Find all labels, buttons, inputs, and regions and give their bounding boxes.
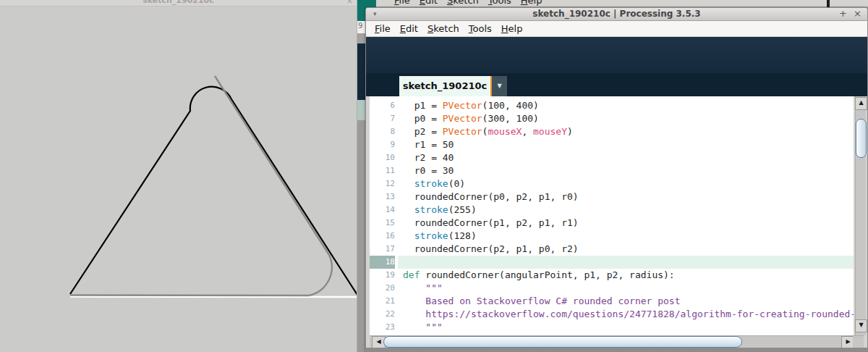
line-number: 10	[370, 151, 395, 164]
code-line-12[interactable]: 12 stroke(0)	[370, 177, 854, 190]
code-text: roundedCorner(p2, p1, p0, r2)	[403, 243, 854, 256]
vertical-scroll-thumb[interactable]	[856, 119, 867, 158]
menu-item-edit[interactable]: Edit	[400, 23, 418, 34]
gray-rounded-corner	[70, 76, 332, 296]
line-number: 7	[370, 112, 395, 125]
behind-window-sage-band	[357, 100, 365, 120]
window-menu-icon[interactable]: ▾	[373, 8, 377, 20]
line-number: 13	[370, 190, 395, 204]
code-line-20[interactable]: 20 """	[370, 282, 854, 295]
code-text: stroke(255)	[403, 204, 854, 217]
code-line-21[interactable]: 21 Based on Stackoverflow C# rounded cor…	[370, 295, 854, 308]
console-divider	[366, 348, 867, 352]
menu-item-help[interactable]: Help	[521, 0, 542, 6]
line-number: 9	[370, 138, 395, 151]
line-number: 14	[370, 204, 395, 217]
behind-window-band	[357, 33, 365, 43]
code-text: stroke(128)	[403, 230, 854, 243]
menu-item-tools[interactable]: Tools	[469, 23, 492, 34]
ide-titlebar[interactable]: ▾ sketch_190210c | Processing 3.5.3 + ×	[366, 8, 867, 21]
line-number: 15	[370, 217, 395, 230]
close-icon[interactable]: ×	[854, 8, 861, 20]
white-rounded-corner	[70, 297, 357, 298]
code-text: p2 = PVector(mouseX, mouseY)	[403, 125, 854, 138]
code-line-14[interactable]: 14 stroke(255)	[370, 204, 854, 217]
desktop: { "left_window": { "title": "sketch_1902…	[0, 0, 868, 352]
line-number: 19	[370, 269, 395, 282]
code-line-16[interactable]: 16 stroke(128)	[370, 230, 854, 243]
sketch-output-window: sketch_190210c ×	[0, 0, 357, 352]
window-title: sketch_190210c | Processing 3.5.3	[366, 8, 867, 20]
behind-window-menu-items: FileEditSketchToolsHelp	[394, 0, 868, 6]
code-line-22[interactable]: 22 https://stackoverflow.com/questions/2…	[370, 308, 854, 321]
line-number: 23	[370, 321, 395, 334]
line-number: 8	[370, 125, 395, 138]
code-text: """	[403, 282, 854, 295]
code-text: stroke(0)	[403, 177, 854, 190]
code-text: def roundedCorner(angularPoint, p1, p2, …	[403, 269, 854, 282]
code-line-6[interactable]: 6 p1 = PVector(100, 400)	[370, 99, 854, 112]
ide-toolbar: Python▾	[366, 37, 867, 73]
code-text: r1 = 50	[403, 138, 854, 151]
line-number: 16	[370, 230, 395, 243]
line-number: 20	[370, 282, 395, 295]
scroll-up-button[interactable]: ▲	[855, 97, 867, 110]
code-line-15[interactable]: 15 roundedCorner(p1, p2, p1, r1)	[370, 217, 854, 230]
code-text: p0 = PVector(300, 100)	[403, 112, 854, 125]
behind-window-edge	[827, 0, 830, 7]
processing-ide-window: ▾ sketch_190210c | Processing 3.5.3 + × …	[365, 7, 868, 352]
behind-window-gray-band	[357, 120, 365, 352]
line-number: 18	[370, 256, 395, 269]
line-number: 11	[370, 164, 395, 177]
code-line-9[interactable]: 9 r1 = 50	[370, 138, 854, 151]
menu-item-edit[interactable]: Edit	[420, 0, 438, 6]
behind-window-dark-band	[357, 43, 365, 100]
black-rounded-corner	[70, 87, 357, 295]
menu-item-file[interactable]: File	[394, 0, 410, 6]
code-line-8[interactable]: 8 p2 = PVector(mouseX, mouseY)	[370, 125, 854, 138]
code-text: Based on Stackoverflow C# rounded corner…	[403, 295, 854, 308]
code-line-19[interactable]: 19def roundedCorner(angularPoint, p1, p2…	[370, 269, 854, 282]
horizontal-scroll-thumb[interactable]	[383, 336, 742, 348]
code-line-17[interactable]: 17 roundedCorner(p2, p1, p0, r2)	[370, 243, 854, 256]
menu-item-tools[interactable]: Tools	[488, 0, 511, 6]
code-line-18[interactable]: 18	[370, 256, 854, 269]
scrollbar-corner	[853, 336, 864, 348]
tab-sketch[interactable]: sketch_190210c	[399, 76, 490, 96]
code-line-10[interactable]: 10 r2 = 40	[370, 151, 854, 164]
code-text: r2 = 40	[403, 151, 854, 164]
scroll-down-button[interactable]: ▼	[855, 319, 867, 332]
code-text: roundedCorner(p1, p2, p1, r1)	[403, 217, 854, 230]
ide-menubar: FileEditSketchToolsHelp	[366, 21, 867, 37]
menu-item-sketch[interactable]: Sketch	[447, 0, 479, 6]
menu-item-file[interactable]: File	[375, 23, 391, 34]
maximize-icon[interactable]: +	[839, 8, 847, 20]
tab-menu-button[interactable]: ▼	[492, 76, 507, 96]
code-line-7[interactable]: 7 p0 = PVector(300, 100)	[370, 112, 854, 125]
code-text: """	[403, 321, 854, 334]
vertical-scrollbar[interactable]: ▲ ▼	[855, 96, 866, 335]
behind-window-gutter-sliver: 9	[357, 21, 365, 33]
sketch-canvas[interactable]	[0, 0, 357, 352]
line-number: 22	[370, 308, 395, 321]
code-text: r0 = 30	[403, 164, 854, 177]
code-line-13[interactable]: 13 roundedCorner(p0, p2, p1, r0)	[370, 190, 854, 204]
code-text: roundedCorner(p0, p2, p1, r0)	[403, 190, 854, 204]
tab-bar: sketch_190210c ▼	[366, 73, 867, 96]
menu-item-sketch[interactable]: Sketch	[427, 23, 459, 34]
line-number: 12	[370, 177, 395, 190]
code-text: p1 = PVector(100, 400)	[403, 99, 854, 112]
menu-item-help[interactable]: Help	[501, 23, 523, 34]
code-lines: 6 p1 = PVector(100, 400)7 p0 = PVector(3…	[370, 99, 854, 334]
line-number: 21	[370, 295, 395, 308]
code-line-11[interactable]: 11 r0 = 30	[370, 164, 854, 177]
code-text: https://stackoverflow.com/questions/2477…	[403, 308, 854, 321]
line-number: 6	[370, 99, 395, 112]
behind-window-menubar: FileEditSketchToolsHelp	[376, 0, 868, 7]
code-line-23[interactable]: 23 """	[370, 321, 854, 334]
line-number: 17	[370, 243, 395, 256]
horizontal-scrollbar[interactable]: ◀ ▶	[370, 335, 864, 348]
